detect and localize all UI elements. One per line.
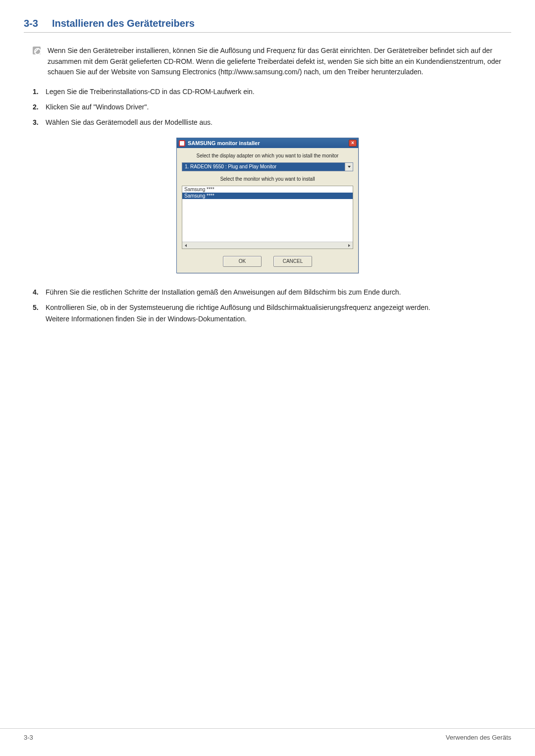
app-icon <box>179 140 185 147</box>
arrow-left-icon <box>185 244 187 247</box>
step-subtext: Weitere Informationen finden Sie in der … <box>46 314 511 324</box>
step-text: Legen Sie die Treiberinstallations-CD in… <box>46 88 255 96</box>
ok-button[interactable]: OK <box>223 256 262 267</box>
close-button[interactable]: × <box>349 140 357 147</box>
info-text: Wenn Sie den Gerätetreiber installieren,… <box>48 46 511 78</box>
adapter-combobox[interactable]: 1. RADEON 9550 : Plug and Play Monitor <box>182 162 353 171</box>
monitor-label: Select the monitor which you want to ins… <box>182 176 353 182</box>
step-text: Klicken Sie auf "Windows Driver". <box>46 103 149 111</box>
step-1: Legen Sie die Treiberinstallations-CD in… <box>33 87 511 97</box>
step-text: Führen Sie die restlichen Schritte der I… <box>46 288 401 296</box>
page-footer: 3-3 Verwenden des Geräts <box>0 728 535 741</box>
scroll-left-button[interactable] <box>182 242 189 249</box>
step-text: Kontrollieren Sie, ob in der Systemsteue… <box>46 303 430 311</box>
installer-dialog: SAMSUNG monitor installer × Select the d… <box>176 138 359 273</box>
info-icon <box>33 47 41 54</box>
step-2: Klicken Sie auf "Windows Driver". <box>33 102 511 112</box>
cancel-button[interactable]: CANCEL <box>273 256 312 267</box>
list-item[interactable]: Samsung **** <box>182 186 353 193</box>
info-note: Wenn Sie den Gerätetreiber installieren,… <box>33 46 511 78</box>
section-header: 3-3 Installieren des Gerätetreibers <box>24 18 511 33</box>
section-number: 3-3 <box>24 18 38 29</box>
step-text: Wählen Sie das Gerätemodell aus der Mode… <box>46 118 213 126</box>
chevron-down-icon <box>348 166 351 168</box>
combo-dropdown-button[interactable] <box>345 163 353 171</box>
scroll-right-button[interactable] <box>346 242 353 249</box>
adapter-value: 1. RADEON 9550 : Plug and Play Monitor <box>182 163 345 171</box>
dialog-title: SAMSUNG monitor installer <box>188 140 260 146</box>
arrow-right-icon <box>348 244 350 247</box>
titlebar: SAMSUNG monitor installer × <box>177 138 358 148</box>
step-3: Wählen Sie das Gerätemodell aus der Mode… <box>33 117 511 128</box>
section-title: Installieren des Gerätetreibers <box>52 18 195 29</box>
footer-section-name: Verwenden des Geräts <box>446 734 511 741</box>
step-5: Kontrollieren Sie, ob in der Systemsteue… <box>33 302 511 324</box>
horizontal-scrollbar[interactable] <box>182 242 353 249</box>
monitor-listbox[interactable]: Samsung **** Samsung **** <box>182 186 353 249</box>
adapter-label: Select the display adapter on which you … <box>182 153 353 158</box>
list-item[interactable]: Samsung **** <box>182 193 353 199</box>
footer-page-number: 3-3 <box>24 734 33 741</box>
step-4: Führen Sie die restlichen Schritte der I… <box>33 287 511 298</box>
